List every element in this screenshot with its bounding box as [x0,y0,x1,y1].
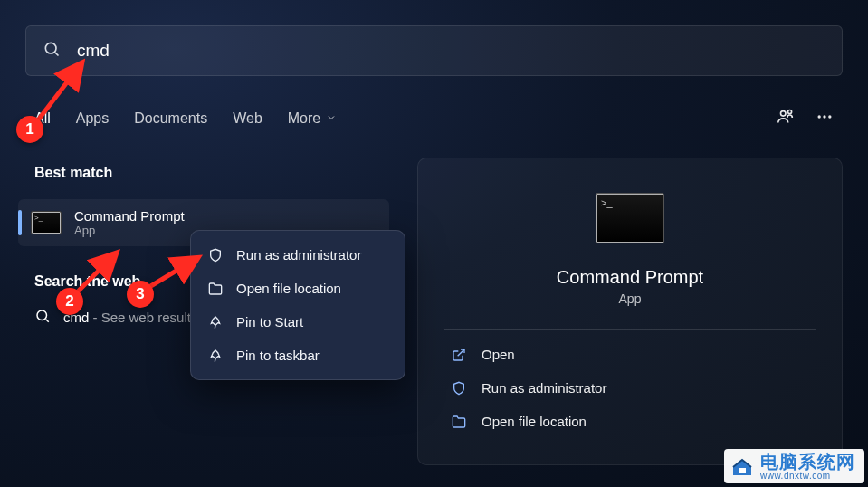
svg-point-7 [37,310,47,320]
divider [444,329,816,330]
search-input[interactable] [77,41,825,61]
chevron-down-icon [326,110,337,127]
action-open[interactable]: Open [444,338,816,371]
tab-more[interactable]: More [288,110,337,127]
ctx-pin-to-taskbar[interactable]: Pin to taskbar [198,339,397,372]
shield-icon [207,248,224,263]
tab-apps[interactable]: Apps [76,110,109,127]
action-open-file-location-label: Open file location [482,414,587,429]
folder-icon [451,415,467,429]
folder-icon [207,282,224,296]
preview-subtitle: App [619,291,642,306]
action-open-file-location[interactable]: Open file location [444,405,816,438]
annotation-badge-3: 3 [127,281,154,308]
watermark-logo-icon [731,457,753,477]
annotation-badge-1: 1 [16,116,43,143]
tab-documents[interactable]: Documents [134,110,207,127]
ctx-run-as-admin-label: Run as administrator [236,247,361,263]
best-match-title: Command Prompt [74,208,185,224]
svg-point-2 [781,111,787,116]
svg-rect-13 [739,468,746,473]
svg-point-0 [45,43,56,53]
context-menu: Run as administrator Open file location … [190,230,405,380]
action-run-as-admin-label: Run as administrator [482,380,606,396]
best-match-subtitle: App [74,224,185,237]
watermark-url: www.dnxtw.com [760,472,855,481]
watermark-title: 电脑系统网 [760,453,855,471]
search-bar[interactable] [25,25,843,76]
ctx-pin-to-start-label: Pin to Start [236,314,303,329]
command-prompt-icon [31,211,62,234]
command-prompt-icon [596,193,664,244]
ctx-pin-to-start[interactable]: Pin to Start [198,305,397,339]
svg-point-3 [788,110,792,113]
search-icon [43,40,61,62]
svg-point-6 [828,115,831,118]
ctx-open-file-location-label: Open file location [236,281,341,296]
action-run-as-admin[interactable]: Run as administrator [444,371,816,405]
svg-point-5 [823,115,825,118]
preview-panel: Command Prompt App Open Run as administr… [417,158,843,465]
filter-tabs-row: All Apps Documents Web More [34,101,834,136]
web-result-suffix: - See web results [89,310,197,325]
pin-icon [207,349,224,363]
pin-icon [207,315,224,329]
svg-line-1 [55,53,59,56]
ctx-pin-to-taskbar-label: Pin to taskbar [236,348,320,363]
filter-tabs: All Apps Documents Web More [34,110,337,127]
svg-line-8 [45,319,48,321]
selection-indicator [18,210,22,235]
svg-line-9 [458,349,464,356]
preview-title: Command Prompt [557,267,703,288]
watermark: 电脑系统网 www.dnxtw.com [724,449,864,483]
action-open-label: Open [482,347,515,362]
account-icon[interactable] [776,107,796,130]
shield-icon [451,381,467,396]
open-icon [451,348,467,362]
annotation-badge-2: 2 [56,288,83,315]
search-icon [34,308,51,327]
best-match-heading: Best match [34,165,389,181]
ctx-open-file-location[interactable]: Open file location [198,272,397,305]
more-options-icon[interactable] [816,108,834,129]
tab-web[interactable]: Web [233,110,262,127]
tab-more-label: More [288,110,320,127]
svg-point-4 [818,115,821,118]
ctx-run-as-admin[interactable]: Run as administrator [198,238,397,272]
